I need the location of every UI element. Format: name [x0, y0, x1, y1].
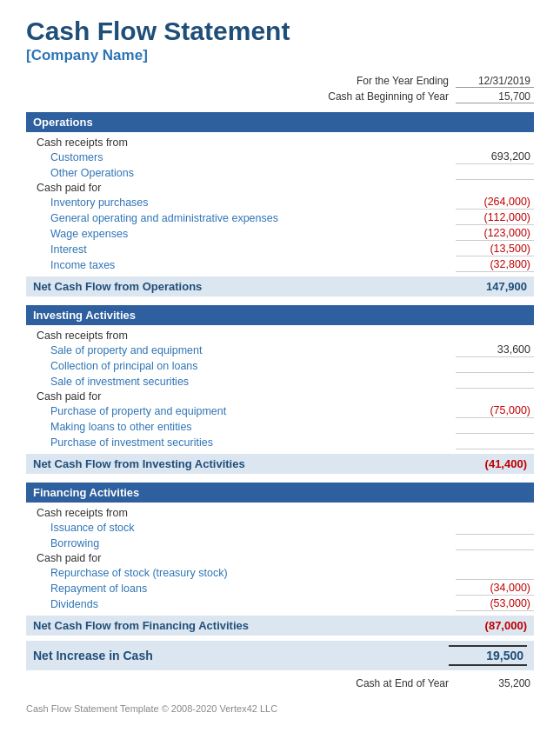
ops-paid-label: Cash paid for: [26, 181, 534, 195]
operations-section-header: Operations: [26, 112, 534, 132]
end-of-year-label: Cash at End of Year: [356, 677, 449, 689]
copyright-text: Cash Flow Statement Template © 2008-2020…: [26, 703, 534, 714]
company-name: [Company Name]: [26, 47, 534, 64]
inv-paid-label: Cash paid for: [26, 389, 534, 403]
fin-repayment-row: Repayment of loans (34,000): [26, 581, 534, 596]
ops-net-row: Net Cash Flow from Operations 147,900: [26, 276, 534, 296]
ops-net-value: 147,900: [449, 280, 527, 293]
beginning-value[interactable]: 15,700: [456, 90, 534, 103]
inv-net-label: Net Cash Flow from Investing Activities: [33, 457, 245, 470]
fin-net-value: (87,000): [449, 619, 527, 632]
ops-income-tax-row: Income taxes (32,800): [26, 257, 534, 273]
issuance-value[interactable]: [456, 521, 534, 535]
inv-net-row: Net Cash Flow from Investing Activities …: [26, 454, 534, 474]
fin-paid-label: Cash paid for: [26, 551, 534, 565]
beginning-label: Cash at Beginning of Year: [328, 90, 449, 103]
ops-net-label: Net Cash Flow from Operations: [33, 280, 202, 293]
fin-net-label: Net Cash Flow from Financing Activities: [33, 619, 249, 632]
header-year-row: For the Year Ending 12/31/2019: [26, 75, 534, 88]
end-of-year-value: 35,200: [456, 677, 534, 689]
other-ops-value[interactable]: [456, 166, 534, 180]
fin-borrowing-row: Borrowing: [26, 536, 534, 551]
inv-sale-invest-row: Sale of investment securities: [26, 374, 534, 389]
ops-general-row: General operating and administrative exp…: [26, 210, 534, 226]
income-tax-value[interactable]: (32,800): [456, 258, 534, 272]
ops-interest-row: Interest (13,500): [26, 242, 534, 257]
net-increase-value: 19,500: [449, 645, 527, 666]
year-label: For the Year Ending: [357, 75, 449, 88]
ops-other-ops-row: Other Operations: [26, 165, 534, 181]
page-title: Cash Flow Statement: [26, 16, 534, 47]
fin-repurchase-row: Repurchase of stock (treasury stock): [26, 565, 534, 581]
repayment-value[interactable]: (34,000): [456, 582, 534, 596]
repurchase-value[interactable]: [456, 566, 534, 580]
year-value[interactable]: 12/31/2019: [456, 75, 534, 88]
net-increase-row: Net Increase in Cash 19,500: [26, 641, 534, 670]
inv-purchase-prop-row: Purchase of property and equipment (75,0…: [26, 403, 534, 419]
ops-customers-row: Customers 693,200: [26, 150, 534, 165]
fin-net-row: Net Cash Flow from Financing Activities …: [26, 616, 534, 636]
inv-purchase-invest-row: Purchase of investment securities: [26, 435, 534, 450]
customers-value[interactable]: 693,200: [456, 150, 534, 164]
fin-dividends-row: Dividends (53,000): [26, 596, 534, 612]
purchase-invest-value[interactable]: [456, 436, 534, 449]
general-value[interactable]: (112,000): [456, 211, 534, 225]
borrowing-value[interactable]: [456, 536, 534, 550]
interest-value[interactable]: (13,500): [456, 243, 534, 256]
inv-net-value: (41,400): [449, 457, 527, 470]
header-beginning-row: Cash at Beginning of Year 15,700: [26, 90, 534, 103]
end-of-year-row: Cash at End of Year 35,200: [26, 677, 534, 689]
fin-issuance-row: Issuance of stock: [26, 520, 534, 536]
investing-section-header: Investing Activities: [26, 305, 534, 325]
making-loans-value[interactable]: [456, 420, 534, 434]
purchase-prop-value[interactable]: (75,000): [456, 404, 534, 418]
inv-receipts-label: Cash receipts from: [26, 329, 534, 343]
inv-making-loans-row: Making loans to other entities: [26, 419, 534, 435]
sale-invest-value[interactable]: [456, 375, 534, 389]
ops-inventory-row: Inventory purchases (264,000): [26, 195, 534, 210]
wage-value[interactable]: (123,000): [456, 227, 534, 241]
collection-value[interactable]: [456, 359, 534, 373]
inv-sale-prop-row: Sale of property and equipment 33,600: [26, 343, 534, 358]
financing-section-header: Financing Activities: [26, 483, 534, 503]
dividends-value[interactable]: (53,000): [456, 597, 534, 611]
inventory-value[interactable]: (264,000): [456, 196, 534, 210]
sale-prop-value[interactable]: 33,600: [456, 343, 534, 357]
fin-receipts-label: Cash receipts from: [26, 506, 534, 520]
ops-receipts-label: Cash receipts from: [26, 136, 534, 150]
inv-collection-row: Collection of principal on loans: [26, 358, 534, 374]
ops-wage-row: Wage expenses (123,000): [26, 226, 534, 242]
net-increase-label: Net Increase in Cash: [33, 649, 153, 662]
